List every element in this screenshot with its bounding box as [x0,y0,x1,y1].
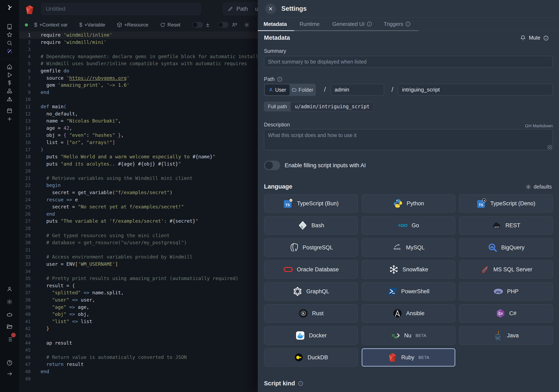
language-option-typescript-bun[interactable]: TSTypeScript (Bun) [264,194,358,213]
textarea-resize-handle[interactable] [547,145,552,149]
language-defaults-button[interactable]: defaults [526,184,552,190]
sidebar-folder-open-icon[interactable] [6,323,13,330]
gh-markdown-hint: GH Markdown [525,123,553,128]
language-option-rest[interactable]: HTTPREST [459,216,553,235]
language-option-csharp[interactable]: C#C# [459,304,553,322]
language-label: PHP [507,288,519,295]
line-number: 32 [19,254,31,261]
path-label-row: Path [264,76,282,82]
tab-info-icon[interactable] [367,21,372,27]
line-number: 31 [19,246,31,254]
sidebar-gear-icon[interactable] [6,298,13,305]
line-number: 30 [19,239,31,246]
tab-generated-ui[interactable]: Generated UI [332,18,372,30]
path-owner-input[interactable] [331,84,384,95]
line-number: 37 [19,289,31,297]
nu-icon: nu [391,330,401,340]
language-option-graphql[interactable]: GraphQL [264,282,358,301]
language-option-bash[interactable]: $_Bash [264,216,358,235]
line-number: 47 [19,361,31,368]
diff-toggle[interactable] [192,22,203,28]
language-option-ansible[interactable]: Ansible [362,304,455,322]
svg-text:HTTP: HTTP [494,226,499,228]
mute-button[interactable]: Mute [520,35,549,41]
sidebar-workspace-icon[interactable] [6,23,13,30]
description-textarea[interactable] [264,129,553,150]
owner-folder-option[interactable]: Folder [290,84,315,95]
tab-metadata[interactable]: Metadata [264,18,287,30]
windmill-script-editor: Path u/a $ +Context var $ +Variable +Res… [0,0,559,392]
sidebar-schedules-pyramid-icon[interactable] [6,96,13,103]
tab-triggers[interactable]: Triggers [384,18,410,30]
add-variable-button[interactable]: $ +Variable [79,22,105,28]
line-number: 19 [19,161,31,168]
sidebar-robot-icon[interactable] [6,311,13,318]
line-number: 34 [19,268,31,275]
language-option-typescript-deno[interactable]: TSTypeScript (Deno) [459,194,553,213]
path-separator: / [324,86,326,93]
line-number: 27 [19,218,31,225]
sidebar-magic-wand-icon[interactable] [6,48,13,55]
language-option-php[interactable]: phpPHP [459,282,553,301]
language-option-powershell[interactable]: PowerShell [362,282,455,301]
reset-icon [160,22,165,27]
language-option-go[interactable]: GOGo [362,216,455,235]
reset-button[interactable]: Reset [160,22,181,28]
sidebar-star-icon[interactable] [6,31,13,38]
language-label: MS SQL Server [493,266,532,273]
script-kind-info-icon[interactable] [298,381,303,386]
sidebar-variables-icon[interactable] [6,80,13,87]
sidebar-resources-icon[interactable] [6,88,13,95]
line-number: 11 [19,103,31,110]
script-title-input[interactable] [41,3,201,15]
language-option-rust[interactable]: RRust [264,304,358,322]
language-option-mysql[interactable]: MySQLMySQL [362,238,455,257]
add-context-var-button[interactable]: $ +Context var [34,22,68,28]
line-number: 6 [19,67,31,75]
tab-runtime[interactable]: Runtime [299,18,320,30]
language-option-java[interactable]: JavaJava [459,326,553,345]
collab-toggle[interactable] [218,22,228,28]
pencil-icon [228,6,233,12]
tab-info-icon[interactable] [405,21,410,27]
svg-text:php: php [496,290,501,293]
sidebar-search-icon[interactable] [6,39,13,46]
language-option-docker[interactable]: Docker [264,326,358,345]
mute-info-icon[interactable] [543,35,549,41]
language-label: Snowflake [402,266,428,273]
editor-settings-button[interactable] [244,22,250,27]
language-option-postgresql[interactable]: PostgreSQL [264,238,358,257]
path-button-label: Path [236,6,248,12]
path-info-icon[interactable] [277,77,282,82]
sidebar-arrow-right-icon[interactable] [6,370,13,377]
sidebar-help-icon[interactable] [6,359,13,366]
language-option-bigquery[interactable]: BigQuery [459,238,553,257]
language-option-snowflake[interactable]: Snowflake [362,260,455,279]
language-option-duckdb[interactable]: DuckDB [264,348,358,366]
line-number: 23 [19,189,31,196]
language-option-oracle[interactable]: Oracle Database [264,260,358,279]
sidebar-list-icon[interactable] [6,336,13,343]
sidebar-runs-icon[interactable] [6,71,13,78]
sidebar-home-icon[interactable] [6,63,13,70]
language-option-ruby[interactable]: RubyBETA [362,348,455,366]
collab-users-button[interactable] [232,22,237,27]
windmill-logo[interactable] [6,4,13,11]
add-resource-button[interactable]: +Resource [117,22,149,28]
owner-user-option[interactable]: User [265,84,290,95]
summary-input[interactable] [264,56,553,67]
ai-inputs-toggle[interactable] [264,161,280,170]
close-icon[interactable]: ✕ [265,3,276,14]
sidebar-calendar-icon[interactable] [6,107,13,114]
language-label: Nu [404,332,411,339]
path-name-input[interactable] [398,84,553,95]
language-label: PowerShell [401,288,430,295]
language-option-mssql[interactable]: MS SQL Server [459,260,553,279]
sidebar-plus-icon[interactable] [6,116,13,123]
sidebar-user-icon[interactable] [6,286,13,293]
active-tab-indicator [258,30,294,31]
language-option-nu[interactable]: nuNuBETA [362,326,455,345]
language-option-python[interactable]: Python [362,194,455,213]
java-icon: Java [493,330,503,340]
svg-text:R: R [302,312,305,315]
